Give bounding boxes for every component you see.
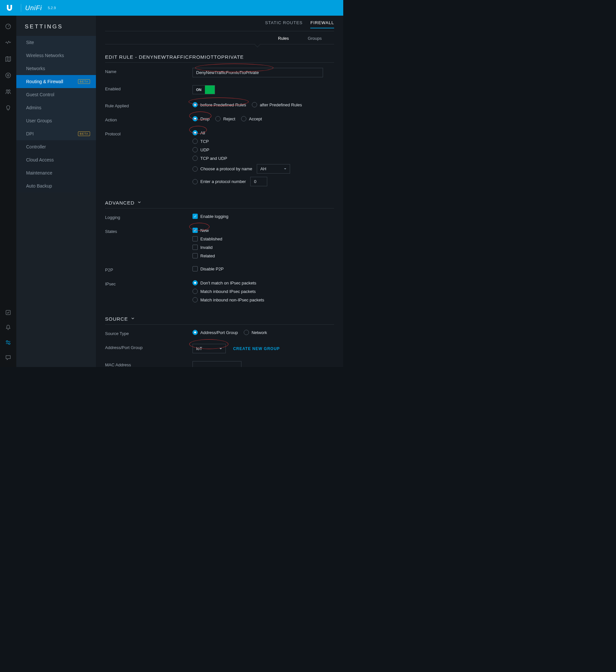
radio-action-reject[interactable]: Reject	[215, 116, 235, 121]
check-disable-p2p[interactable]: Disable P2P	[193, 266, 334, 271]
radio-protocol-udp[interactable]: UDP	[193, 147, 209, 152]
subtab-caret-icon	[254, 41, 261, 47]
svg-point-3	[6, 90, 8, 91]
map-icon[interactable]	[5, 55, 12, 63]
stats-icon[interactable]	[5, 39, 12, 46]
radio-after-predefined[interactable]: after Predefined Rules	[252, 102, 302, 107]
iconbar	[0, 16, 16, 367]
radio-ipsec-inbound[interactable]: Match inbound IPsec packets	[193, 289, 256, 294]
label-rule-applied: Rule Applied	[105, 102, 193, 108]
radio-before-predefined[interactable]: before Predefined Rules	[193, 102, 246, 107]
devices-icon[interactable]	[5, 72, 12, 79]
radio-src-network[interactable]: Network	[244, 330, 267, 335]
label-src-addrport: Address/Port Group	[105, 344, 193, 350]
label-states: States	[105, 228, 193, 234]
chevron-down-icon	[131, 316, 135, 322]
check-state-related[interactable]: Related	[193, 253, 334, 258]
subtab-groups[interactable]: Groups	[308, 36, 322, 41]
main-content: STATIC ROUTES FIREWALL Rules Groups EDIT…	[96, 16, 343, 367]
insights-icon[interactable]	[5, 104, 12, 112]
dashboard-icon[interactable]	[5, 23, 12, 30]
radio-protocol-tcpudp[interactable]: TCP and UDP	[193, 156, 227, 161]
topbar: UniFi 5.2.9	[0, 0, 343, 16]
edit-rule-title: EDIT RULE - DENYNEWTRAFFICFROMIOTTOPRIVA…	[105, 54, 334, 63]
mac-address-input[interactable]	[193, 361, 241, 367]
alerts-icon[interactable]	[5, 324, 12, 331]
svg-point-4	[8, 90, 10, 91]
label-action: Action	[105, 116, 193, 122]
svg-point-6	[6, 341, 8, 342]
section-source[interactable]: SOURCE	[105, 316, 334, 325]
chat-icon[interactable]	[5, 354, 12, 361]
sidebar-item-routing-firewall[interactable]: Routing & FirewallBETA	[16, 75, 96, 88]
tab-firewall[interactable]: FIREWALL	[310, 20, 334, 28]
radio-protocol-tcp[interactable]: TCP	[193, 139, 209, 144]
label-logging: Logging	[105, 214, 193, 220]
check-state-invalid[interactable]: Invalid	[193, 245, 334, 250]
beta-badge: BETA	[78, 131, 90, 136]
name-input[interactable]	[193, 68, 323, 77]
sidebar-item-maintenance[interactable]: Maintenance	[16, 166, 96, 179]
label-source-type: Source Type	[105, 330, 193, 336]
subtab-rules[interactable]: Rules	[278, 36, 289, 41]
check-state-new[interactable]: New	[193, 228, 334, 233]
tab-static-routes[interactable]: STATIC ROUTES	[265, 20, 302, 28]
topbar-divider	[21, 4, 21, 12]
sidebar-item-dpi[interactable]: DPIBETA	[16, 127, 96, 140]
radio-action-drop[interactable]: Drop	[193, 116, 209, 121]
sidebar-item-guest-control[interactable]: Guest Control	[16, 88, 96, 101]
src-group-select[interactable]: IoT	[193, 344, 226, 353]
label-ipsec: IPsec	[105, 280, 193, 286]
label-protocol: Protocol	[105, 130, 193, 136]
radio-ipsec-none[interactable]: Don't match on IPsec packets	[193, 280, 256, 285]
events-icon[interactable]	[5, 309, 12, 316]
version-text: 5.2.9	[48, 6, 56, 10]
svg-point-1	[6, 73, 11, 78]
section-advanced[interactable]: ADVANCED	[105, 200, 334, 208]
chevron-down-icon	[137, 200, 142, 206]
create-src-group-button[interactable]: CREATE NEW GROUP	[233, 346, 280, 351]
settings-icon[interactable]	[5, 339, 12, 346]
radio-protocol-bynumber[interactable]: Enter a protocol number	[193, 177, 267, 186]
tabs-sub: Rules Groups	[105, 31, 334, 44]
toggle-switch-icon	[205, 85, 215, 94]
sidebar-item-networks[interactable]: Networks	[16, 62, 96, 75]
radio-ipsec-nonipsec[interactable]: Match inbound non-IPsec packets	[193, 297, 264, 302]
radio-protocol-byname[interactable]: Choose a protocol by name AH	[193, 164, 290, 174]
sidebar-item-wireless[interactable]: Wireless Networks	[16, 49, 96, 62]
check-state-established[interactable]: Established	[193, 236, 334, 241]
radio-protocol-all[interactable]: All	[193, 130, 205, 135]
label-p2p: P2P	[105, 266, 193, 272]
brand-text: UniFi	[25, 4, 42, 12]
ubiquiti-logo-icon	[5, 4, 14, 12]
sidebar-item-cloud-access[interactable]: Cloud Access	[16, 153, 96, 166]
sidebar-title: SETTINGS	[16, 23, 96, 36]
label-mac-address: MAC Address	[105, 361, 193, 367]
sidebar-item-site[interactable]: Site	[16, 36, 96, 49]
enabled-toggle[interactable]: ON	[193, 85, 215, 94]
svg-point-2	[8, 75, 9, 76]
label-name: Name	[105, 68, 193, 74]
svg-point-7	[8, 343, 10, 344]
check-enable-logging[interactable]: Enable logging	[193, 214, 334, 219]
radio-action-accept[interactable]: Accept	[241, 116, 262, 121]
protocol-name-select[interactable]: AH	[257, 164, 290, 174]
settings-sidebar: SETTINGS Site Wireless Networks Networks…	[16, 16, 96, 367]
sidebar-item-auto-backup[interactable]: Auto Backup	[16, 179, 96, 192]
radio-src-group[interactable]: Address/Port Group	[193, 330, 238, 335]
sidebar-item-controller[interactable]: Controller	[16, 140, 96, 153]
tabs-top: STATIC ROUTES FIREWALL	[105, 16, 334, 31]
protocol-number-input[interactable]	[250, 177, 267, 186]
clients-icon[interactable]	[5, 88, 12, 95]
svg-rect-5	[6, 310, 10, 314]
beta-badge: BETA	[78, 79, 90, 84]
sidebar-item-user-groups[interactable]: User Groups	[16, 114, 96, 127]
label-enabled: Enabled	[105, 85, 193, 91]
sidebar-item-admins[interactable]: Admins	[16, 101, 96, 114]
